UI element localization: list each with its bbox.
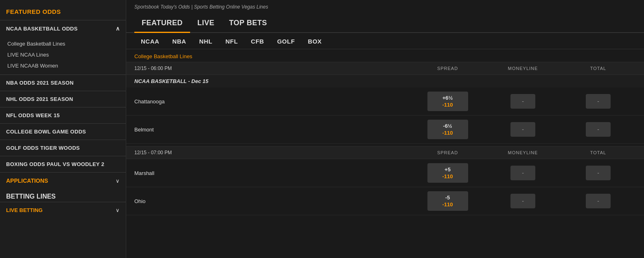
odds-sub-marshall-spread: -110 [436, 173, 460, 179]
odds-dash-ml-marshall[interactable]: - [510, 166, 535, 180]
tab-top-bets[interactable]: TOP BETS [222, 14, 274, 32]
sidebar-live-betting[interactable]: LIVE BETTING ∨ [0, 202, 126, 218]
chevron-up-icon: ∧ [116, 25, 120, 32]
sidebar-applications[interactable]: APPLICATIONS ∨ [0, 172, 126, 189]
odds-dash-total-ohio[interactable]: - [586, 194, 611, 208]
team-name-belmont: Belmont [134, 127, 410, 133]
game-time-label-1: 12/15 - 07:00 PM [134, 150, 410, 155]
odds-box-spread-marshall[interactable]: +5 -110 [427, 163, 468, 183]
sport-tab-golf[interactable]: GOLF [271, 34, 302, 49]
table-row: Chattanooga +6½ -110 - - [126, 87, 644, 116]
live-betting-label: LIVE BETTING [6, 207, 43, 213]
odds-cell-spread-ohio: -5 -110 [410, 191, 485, 211]
sidebar-section-header-ncaa[interactable]: NCAA BASKETBALL ODDS ∧ [0, 20, 126, 37]
odds-cell-moneyline-belmont: - [485, 122, 561, 137]
odds-box-spread-belmont[interactable]: -6½ -110 [427, 120, 468, 139]
odds-cell-moneyline-marshall: - [485, 166, 561, 180]
featured-odds-title: FEATURED ODDS [0, 4, 126, 20]
sport-tab-nhl[interactable]: NHL [193, 34, 219, 49]
odds-dash-total-belmont[interactable]: - [586, 122, 611, 137]
sidebar-item-live-ncaa-lines[interactable]: LIVE NCAA Lines [0, 49, 126, 60]
top-bar: Sportsbook Today's Odds | Sports Betting… [126, 0, 644, 12]
odds-cell-total-ohio: - [561, 194, 636, 208]
table-row: Belmont -6½ -110 - - [126, 116, 644, 144]
tab-live[interactable]: LIVE [190, 14, 222, 32]
odds-main-chattanooga-spread: +6½ [436, 95, 460, 101]
odds-dash-total-marshall[interactable]: - [586, 166, 611, 180]
odds-sub-belmont-spread: -110 [436, 130, 460, 136]
sidebar-section-label-ncaa: NCAA BASKETBALL ODDS [6, 26, 78, 32]
odds-main-marshall-spread: +5 [436, 166, 460, 173]
odds-dash-ml-ohio[interactable]: - [510, 194, 535, 208]
odds-cell-moneyline-chattanooga: - [485, 94, 561, 109]
applications-label: APPLICATIONS [6, 177, 48, 184]
game-time-header-1: 12/15 - 07:00 PM SPREAD MONEYLINE TOTAL [126, 146, 644, 159]
tab-featured[interactable]: FEATURED [134, 14, 190, 32]
odds-cell-spread-marshall: +5 -110 [410, 163, 485, 183]
sport-tab-box[interactable]: BOX [301, 34, 328, 49]
sidebar-section-ncaa-basketball: NCAA BASKETBALL ODDS ∧ College Basketbal… [0, 20, 126, 74]
team-name-chattanooga: Chattanooga [134, 98, 410, 105]
table-row: Ohio -5 -110 - - [126, 187, 644, 215]
sidebar-item-nba-odds[interactable]: NBA ODDS 2021 SEASON [0, 74, 126, 91]
odds-cell-moneyline-ohio: - [485, 194, 561, 208]
team-name-marshall: Marshall [134, 170, 410, 176]
odds-cell-spread-belmont: -6½ -110 [410, 120, 485, 139]
main-tabs: FEATURED LIVE TOP BETS [126, 14, 644, 33]
sport-tab-ncaa[interactable]: NCAA [134, 34, 166, 49]
sidebar-item-golf-odds[interactable]: GOLF ODDS TIGER WOODS [0, 140, 126, 156]
sidebar: FEATURED ODDS NCAA BASKETBALL ODDS ∧ Col… [0, 0, 126, 258]
col-header-spread-1: SPREAD [410, 150, 485, 155]
sidebar-item-nhl-odds[interactable]: NHL ODDS 2021 SEASON [0, 91, 126, 107]
sidebar-item-live-ncaab-women[interactable]: LIVE NCAAB Women [0, 60, 126, 71]
betting-lines-title: BETTING LINES [0, 189, 126, 202]
col-header-total-0: TOTAL [561, 66, 636, 71]
odds-main-belmont-spread: -6½ [436, 123, 460, 129]
col-header-spread-0: SPREAD [410, 66, 485, 71]
game-sub-header-0: NCAA BASKETBALL - Dec 15 [126, 75, 644, 87]
odds-cell-total-marshall: - [561, 166, 636, 180]
sidebar-sub-items-ncaa: College Basketball Lines LIVE NCAA Lines… [0, 37, 126, 74]
odds-cell-total-belmont: - [561, 122, 636, 137]
team-name-ohio: Ohio [134, 198, 410, 204]
odds-cell-total-chattanooga: - [561, 94, 636, 109]
odds-dash-ml-chattanooga[interactable]: - [510, 94, 535, 109]
odds-sub-chattanooga-spread: -110 [436, 102, 460, 108]
col-header-moneyline-1: MONEYLINE [485, 150, 561, 155]
table-row: Marshall +5 -110 - - [126, 159, 644, 187]
odds-main-ohio-spread: -5 [436, 195, 460, 201]
game-section-0: 12/15 - 06:00 PM SPREAD MONEYLINE TOTAL … [126, 62, 644, 144]
chevron-down-icon-applications: ∨ [116, 178, 120, 184]
sport-tab-nfl[interactable]: NFL [219, 34, 245, 49]
odds-dash-ml-belmont[interactable]: - [510, 122, 535, 137]
sport-tabs: NCAA NBA NHL NFL CFB GOLF BOX [126, 34, 644, 49]
game-time-header-0: 12/15 - 06:00 PM SPREAD MONEYLINE TOTAL [126, 62, 644, 75]
main-content: Sportsbook Today's Odds | Sports Betting… [126, 0, 644, 258]
col-header-moneyline-0: MONEYLINE [485, 66, 561, 71]
col-header-total-1: TOTAL [561, 150, 636, 155]
sport-tab-cfb[interactable]: CFB [244, 34, 270, 49]
odds-sub-ohio-spread: -110 [436, 201, 460, 208]
game-section-1: 12/15 - 07:00 PM SPREAD MONEYLINE TOTAL … [126, 146, 644, 215]
odds-box-spread-chattanooga[interactable]: +6½ -110 [427, 92, 468, 111]
odds-box-spread-ohio[interactable]: -5 -110 [427, 191, 468, 211]
sidebar-item-boxing-odds[interactable]: BOXING ODDS PAUL VS WOODLEY 2 [0, 156, 126, 172]
odds-dash-total-chattanooga[interactable]: - [586, 94, 611, 109]
sidebar-item-college-basketball-lines[interactable]: College Basketball Lines [0, 38, 126, 49]
game-time-label-0: 12/15 - 06:00 PM [134, 66, 410, 71]
chevron-down-icon-live: ∨ [116, 207, 120, 213]
odds-cell-spread-chattanooga: +6½ -110 [410, 92, 485, 111]
sidebar-item-college-bowl[interactable]: COLLEGE BOWL GAME ODDS [0, 123, 126, 140]
sidebar-item-nfl-odds[interactable]: NFL ODDS WEEK 15 [0, 107, 126, 123]
breadcrumb-link[interactable]: College Basketball Lines [126, 49, 644, 62]
sport-tab-nba[interactable]: NBA [166, 34, 193, 49]
